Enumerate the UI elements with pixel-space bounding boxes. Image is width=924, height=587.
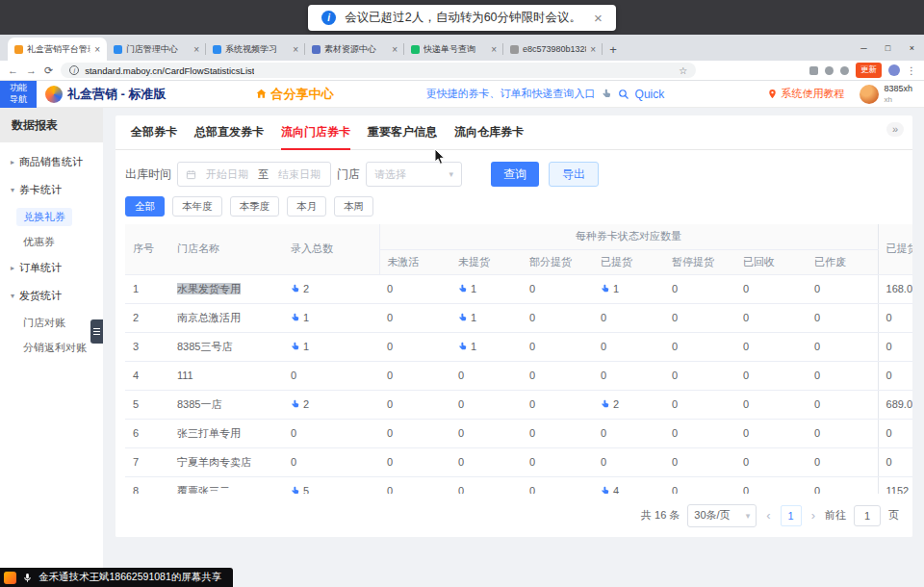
bookmark-star-icon[interactable]: ☆ bbox=[679, 65, 687, 76]
downloads-icon[interactable] bbox=[825, 66, 834, 75]
sidebar-subitem[interactable]: 兑换礼券 bbox=[0, 204, 103, 229]
report-card: 全部券卡总部直发券卡流向门店券卡重要客户信息流向仓库券卡 » 出库时间 开始日期… bbox=[116, 115, 912, 537]
sidebar-collapse-handle[interactable] bbox=[90, 319, 103, 344]
cell-count[interactable]: 1 bbox=[450, 332, 522, 361]
sidebar-item[interactable]: ▸商品销售统计 bbox=[0, 148, 103, 176]
sidebar-subitem[interactable]: 分销返利对账 bbox=[0, 335, 103, 360]
cell-amount: 0 bbox=[878, 447, 912, 476]
cell-count[interactable]: 1 bbox=[283, 303, 379, 332]
click-hand-icon bbox=[601, 284, 610, 294]
cell-count: 0 bbox=[807, 303, 878, 332]
reload-icon[interactable]: ⟳ bbox=[44, 65, 53, 76]
back-icon[interactable]: ← bbox=[8, 65, 18, 76]
sidebar-subitem[interactable]: 门店对账 bbox=[0, 310, 103, 335]
click-hand-icon bbox=[291, 342, 300, 351]
browser-tab[interactable]: 门店管理中心× bbox=[107, 38, 206, 61]
cell-count: 0 bbox=[664, 419, 735, 447]
cell-store-name: 水果发货专用 bbox=[169, 274, 283, 303]
browser-tab[interactable]: 礼盒营销平台管理中心× bbox=[8, 38, 107, 61]
next-page-button[interactable]: › bbox=[809, 508, 817, 523]
cell-count: 0 bbox=[807, 447, 878, 476]
user-box[interactable]: 8385xh xh bbox=[860, 84, 912, 104]
cell-count[interactable]: 1 bbox=[593, 274, 664, 303]
caret-icon: ▸ bbox=[11, 264, 14, 272]
user-name-main: 8385xh bbox=[884, 84, 912, 93]
search-button[interactable]: 查询 bbox=[491, 162, 539, 187]
collapse-panel-icon[interactable]: » bbox=[886, 122, 904, 137]
card-tab[interactable]: 重要客户信息 bbox=[368, 115, 437, 149]
site-info-icon[interactable]: i bbox=[69, 65, 79, 75]
tab-close-icon[interactable]: × bbox=[293, 44, 298, 55]
sidebar-item[interactable]: ▾券卡统计 bbox=[0, 176, 103, 204]
date-range-input[interactable]: 开始日期 至 结束日期 bbox=[177, 162, 331, 187]
sidebar-item[interactable]: ▸订单统计 bbox=[0, 254, 103, 282]
window-maximize-icon[interactable]: □ bbox=[876, 43, 900, 53]
browser-tab[interactable]: 素材资源中心× bbox=[305, 38, 404, 61]
cell-count[interactable]: 1 bbox=[450, 274, 522, 303]
cell-count: 0 bbox=[522, 303, 593, 332]
sidebar-menu: ▸商品销售统计▾券卡统计兑换礼券优惠券▸订单统计▾发货统计门店对账分销返利对账 bbox=[0, 142, 103, 360]
meeting-app-icon bbox=[4, 572, 16, 584]
browser-tab[interactable]: 系统视频学习× bbox=[206, 38, 305, 61]
quick-filter-button[interactable]: 本季度 bbox=[230, 196, 280, 217]
microphone-icon[interactable] bbox=[22, 573, 33, 583]
cell-count[interactable]: 5 bbox=[283, 476, 379, 495]
profile-avatar[interactable] bbox=[888, 64, 900, 76]
user-icon[interactable] bbox=[840, 66, 849, 75]
tab-close-icon[interactable]: × bbox=[491, 44, 497, 55]
tab-close-icon[interactable]: × bbox=[193, 44, 199, 55]
tab-close-icon[interactable]: × bbox=[392, 44, 398, 55]
browser-tab[interactable]: e8c573980b1328a258fd2a6l× bbox=[503, 38, 603, 61]
export-button[interactable]: 导出 bbox=[549, 162, 599, 187]
card-tab[interactable]: 全部券卡 bbox=[131, 115, 177, 149]
window-close-icon[interactable]: × bbox=[900, 43, 924, 53]
cell-count[interactable]: 1 bbox=[450, 303, 522, 332]
col-header-status: 已作废 bbox=[807, 249, 878, 274]
goto-page-input[interactable]: 1 bbox=[854, 505, 881, 526]
menu-kebab-icon[interactable]: ⋮ bbox=[907, 65, 916, 76]
browser-tab[interactable]: 快递单号查询× bbox=[404, 38, 503, 61]
forward-icon[interactable]: → bbox=[26, 65, 37, 76]
page-size-select[interactable]: 30条/页 ▾ bbox=[687, 504, 757, 527]
cell-count: 0 bbox=[593, 447, 664, 476]
quick-entry[interactable]: 更快捷的券卡、订单和快递查询入口 Quick bbox=[426, 87, 665, 101]
cell-count[interactable]: 2 bbox=[283, 274, 379, 303]
prev-page-button[interactable]: ‹ bbox=[764, 508, 772, 523]
cell-store-name: 111 bbox=[169, 361, 283, 390]
url-box[interactable]: i standard.maboy.cn/CardFlowStatisticsLi… bbox=[61, 63, 696, 78]
cell-count[interactable]: 2 bbox=[593, 390, 664, 419]
cell-amount: 0 bbox=[878, 303, 912, 332]
window-minimize-icon[interactable]: ─ bbox=[852, 43, 876, 53]
cell-count[interactable]: 4 bbox=[593, 476, 664, 495]
page-number[interactable]: 1 bbox=[781, 505, 802, 526]
screen: i 会议已超过2人，自动转为60分钟限时会议。 × 礼盒营销平台管理中心×门店管… bbox=[0, 0, 924, 587]
chevron-down-icon: ▾ bbox=[449, 169, 453, 179]
card-tab[interactable]: 总部直发券卡 bbox=[194, 115, 264, 149]
page-size-value: 30条/页 bbox=[694, 508, 730, 523]
nav-toggle-button[interactable]: 功能 导航 bbox=[0, 81, 37, 108]
info-icon: i bbox=[321, 11, 336, 25]
sidebar-subitem[interactable]: 优惠券 bbox=[0, 229, 103, 254]
extensions-icon[interactable] bbox=[809, 66, 818, 75]
menu-lines-icon bbox=[93, 328, 100, 335]
cell-count[interactable]: 1 bbox=[283, 332, 379, 361]
tab-favicon-icon bbox=[510, 45, 519, 54]
share-center-link[interactable]: 合分享中心 bbox=[255, 86, 334, 103]
sidebar-item[interactable]: ▾发货统计 bbox=[0, 282, 103, 310]
store-select[interactable]: 请选择 ▾ bbox=[366, 162, 462, 187]
cell-no: 8 bbox=[125, 476, 169, 495]
quick-filter-button[interactable]: 本周 bbox=[334, 196, 373, 217]
new-tab-button[interactable]: + bbox=[603, 38, 624, 60]
card-tab[interactable]: 流向门店券卡 bbox=[281, 115, 350, 149]
card-tab[interactable]: 流向仓库券卡 bbox=[454, 115, 524, 149]
update-button[interactable]: 更新 bbox=[856, 63, 882, 78]
tab-close-icon[interactable]: × bbox=[94, 44, 100, 55]
quick-filter-button[interactable]: 本年度 bbox=[172, 196, 222, 217]
cell-count: 0 bbox=[807, 390, 878, 419]
tutorial-link[interactable]: 系统使用教程 bbox=[767, 87, 844, 101]
quick-filter-button[interactable]: 全部 bbox=[125, 196, 165, 217]
tab-close-icon[interactable]: × bbox=[590, 44, 596, 55]
quick-filter-button[interactable]: 本月 bbox=[287, 196, 326, 217]
cell-count[interactable]: 2 bbox=[283, 390, 379, 419]
close-icon[interactable]: × bbox=[594, 10, 603, 26]
